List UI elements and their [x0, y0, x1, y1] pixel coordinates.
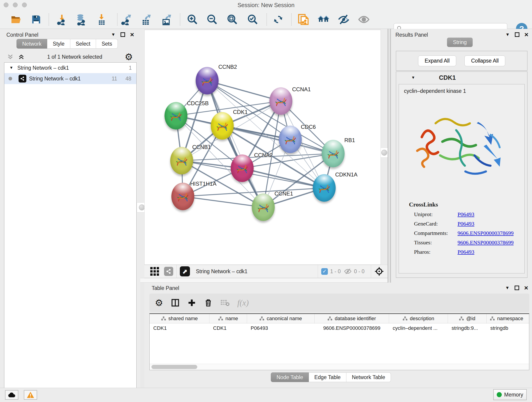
panel-menu-icon[interactable]: ▼ — [505, 285, 510, 290]
crosslink-tissues-link[interactable]: 9606.ENSP00000378699 — [457, 240, 514, 246]
panel-menu-icon[interactable]: ▼ — [111, 32, 115, 37]
network-node-CCNA1[interactable] — [269, 87, 292, 115]
export-network-button[interactable] — [120, 13, 133, 26]
import-network-button[interactable] — [56, 13, 69, 26]
export-network-icon — [120, 14, 132, 25]
birds-eye-view-icon[interactable] — [374, 267, 384, 276]
crosslink-pharos-link[interactable]: P06493 — [457, 249, 474, 255]
column-header-description[interactable]: description — [389, 314, 448, 323]
network-node-CCNE1[interactable] — [252, 193, 275, 221]
network-node-CCNA2[interactable] — [231, 154, 254, 182]
float-panel-icon[interactable] — [515, 32, 519, 37]
collapse-all-button[interactable]: Collapse All — [464, 56, 505, 66]
selected-items-checkbox-icon[interactable]: ✓ — [321, 268, 328, 275]
table-horizontal-scrollbar[interactable] — [150, 364, 529, 370]
cell-id[interactable]: stringdb:9... — [448, 323, 487, 333]
tab-select[interactable]: Select — [70, 39, 96, 49]
cell-canonical-name[interactable]: P06493 — [247, 323, 315, 333]
cell-namespace[interactable]: stringdb — [487, 323, 529, 333]
import-network-from-database-button[interactable] — [75, 13, 88, 26]
crosslink-label: Compartments: — [414, 230, 457, 236]
column-header-database-identifier[interactable]: database identifier — [315, 314, 389, 323]
close-panel-icon[interactable]: × — [130, 32, 134, 37]
network-share-icon[interactable] — [164, 267, 173, 276]
float-panel-icon[interactable] — [515, 286, 519, 290]
delete-trash-icon[interactable] — [204, 298, 213, 307]
new-network-from-selection-button[interactable] — [297, 13, 310, 26]
apply-preferred-layout-button[interactable] — [272, 13, 285, 26]
first-neighbors-button[interactable] — [317, 13, 330, 26]
collection-expander-icon[interactable]: ▼ — [9, 65, 13, 70]
close-panel-icon[interactable]: × — [525, 32, 529, 37]
tab-string[interactable]: String — [447, 38, 473, 47]
show-hide-details-button[interactable] — [357, 13, 370, 26]
panel-menu-icon[interactable]: ▼ — [505, 32, 510, 37]
table-settings-gear-icon[interactable]: ⚙ — [155, 298, 163, 307]
results-panel-divider[interactable] — [388, 29, 391, 283]
cell-shared-name[interactable]: CDK1 — [150, 323, 209, 333]
entry-body: cyclin–dependent kinase 1 CrossL — [399, 84, 525, 274]
hide-selected-button[interactable] — [337, 13, 350, 26]
export-table-button[interactable] — [139, 13, 152, 26]
add-column-icon[interactable] — [187, 298, 196, 307]
collapse-all-icon[interactable] — [7, 53, 14, 60]
network-node-CDC25B[interactable] — [165, 102, 187, 129]
crosslink-genecard-link[interactable]: P06493 — [457, 221, 474, 227]
save-session-button[interactable] — [30, 13, 43, 26]
column-header-name[interactable]: name — [209, 314, 247, 323]
zoom-out-button[interactable] — [206, 13, 219, 26]
column-header-canonical-name[interactable]: canonical name — [247, 314, 315, 323]
zoom-fit-button[interactable] — [226, 13, 239, 26]
open-in-new-window-button[interactable]: ⬈ — [180, 266, 190, 276]
column-header-namespace[interactable]: namespace — [487, 314, 529, 323]
import-table-button[interactable] — [95, 13, 108, 26]
tab-network-table[interactable]: Network Table — [346, 372, 391, 382]
clone-network-icon — [298, 13, 310, 26]
cell-name[interactable]: CDK1 — [209, 323, 247, 333]
export-image-button[interactable] — [160, 13, 173, 26]
network-node-CDK1[interactable] — [211, 112, 234, 140]
warnings-button[interactable] — [24, 390, 37, 400]
expand-all-button[interactable]: Expand All — [418, 56, 456, 66]
network-collection-row[interactable]: ▼ String Network – cdk1 1 — [4, 63, 136, 73]
close-panel-icon[interactable]: × — [524, 286, 528, 290]
network-node-CDC6[interactable] — [279, 126, 302, 153]
cloud-services-button[interactable] — [5, 390, 18, 400]
zoom-selected-button[interactable] — [246, 13, 259, 26]
column-header-id[interactable]: @id — [448, 314, 487, 323]
entry-gene-name: CDK1 — [439, 74, 456, 81]
network-canvas[interactable]: CCNB2CCNA1CDC25BCDK1CDC6RB1CCNB1CCNA2CDK… — [144, 30, 381, 265]
network-node-RB1[interactable] — [322, 140, 345, 167]
scrollbar-thumb[interactable] — [152, 365, 197, 369]
table-row[interactable]: CDK1 CDK1 P06493 9606.ENSP00000378699 cy… — [150, 323, 529, 333]
zoom-in-button[interactable] — [186, 13, 199, 26]
network-node-CCNB1[interactable] — [170, 147, 193, 174]
tab-node-table[interactable]: Node Table — [271, 372, 309, 382]
tab-sets[interactable]: Sets — [96, 39, 118, 49]
tab-style[interactable]: Style — [47, 39, 70, 49]
grid-mode-icon[interactable] — [150, 267, 159, 276]
expand-all-icon[interactable] — [18, 53, 25, 60]
column-header-shared-name[interactable]: shared name — [150, 314, 209, 323]
crosslink-compartments-link[interactable]: 9606.ENSP00000378699 — [457, 230, 514, 236]
network-options-gear-icon[interactable]: ⚙ — [125, 52, 133, 61]
network-row-selected[interactable]: String Network – cdk1 11 48 — [4, 73, 136, 84]
memory-button[interactable]: Memory — [493, 389, 527, 400]
network-node-CDKN1A[interactable] — [313, 174, 336, 202]
crosslink-uniprot-link[interactable]: P06493 — [457, 211, 474, 217]
open-session-button[interactable] — [10, 13, 22, 26]
open-folder-icon — [11, 14, 22, 25]
split-view-icon[interactable] — [171, 298, 180, 307]
float-panel-icon[interactable] — [120, 32, 125, 37]
entry-description: cyclin–dependent kinase 1 — [404, 88, 525, 94]
cell-database-identifier[interactable]: 9606.ENSP00000378699 — [315, 323, 389, 333]
collection-count: 1 — [129, 65, 132, 71]
arrow-out-icon: ⬈ — [182, 268, 187, 275]
network-node-CCNB2[interactable] — [196, 67, 219, 95]
collection-label: String Network – cdk1 — [17, 65, 129, 71]
tab-edge-table[interactable]: Edge Table — [309, 372, 346, 382]
tab-network[interactable]: Network — [17, 39, 47, 49]
entry-expander-icon[interactable]: ▼ — [411, 75, 415, 80]
cell-description[interactable]: cyclin–dependent ... — [389, 323, 448, 333]
left-splitter[interactable] — [140, 29, 144, 278]
